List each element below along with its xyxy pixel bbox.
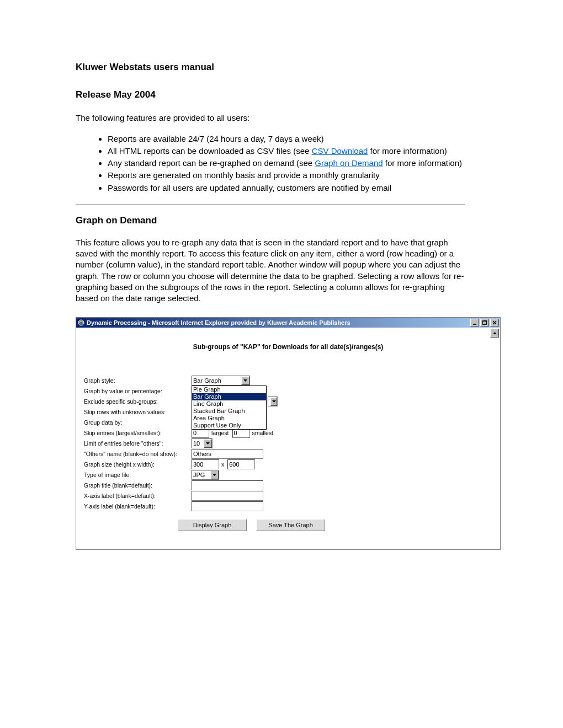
- svg-marker-7: [243, 379, 247, 382]
- save-graph-button[interactable]: Save The Graph: [256, 519, 325, 531]
- list-item-text: for more information): [368, 146, 447, 156]
- list-item: Reports are available 24/7 (24 hours a d…: [108, 133, 465, 144]
- list-item: Reports are generated on monthly basis a…: [108, 170, 465, 181]
- page-title: Kluwer Webstats users manual: [76, 62, 465, 73]
- graph-style-value: Bar Graph: [193, 377, 240, 384]
- label-xaxis: X-axis label (blank=default):: [84, 493, 192, 499]
- window-titlebar: Dynamic Processing - Microsoft Internet …: [76, 318, 500, 328]
- others-name-input[interactable]: Others: [192, 449, 263, 459]
- svg-marker-9: [206, 442, 210, 445]
- ie-icon: [77, 319, 85, 326]
- list-item-text: All HTML reports can be downloaded as CS…: [108, 146, 312, 156]
- csv-download-link[interactable]: CSV Download: [312, 146, 368, 156]
- dropdown-option-selected[interactable]: Bar Graph: [192, 393, 266, 400]
- dropdown-option[interactable]: Pie Graph: [192, 386, 266, 393]
- limit-select[interactable]: 10: [192, 438, 213, 448]
- divider: [76, 205, 465, 205]
- label-others-name: "Others" name (blank=do not show):: [84, 451, 192, 457]
- minimize-button[interactable]: [470, 319, 479, 326]
- label-smallest: smallest: [252, 430, 274, 436]
- window-title: Dynamic Processing - Microsoft Internet …: [87, 319, 350, 326]
- exclude-select[interactable]: [268, 397, 278, 406]
- label-graph-title: Graph title (blank=default):: [84, 482, 192, 489]
- label-size: Graph size (height x width):: [84, 461, 192, 468]
- size-width-input[interactable]: 600: [227, 459, 255, 469]
- svg-rect-3: [482, 320, 487, 322]
- release-heading: Release May 2004: [76, 89, 465, 100]
- popup-window: Dynamic Processing - Microsoft Internet …: [76, 317, 501, 550]
- label-largest: largest: [211, 430, 229, 436]
- feature-list: Reports are available 24/7 (24 hours a d…: [76, 133, 465, 194]
- dropdown-option[interactable]: Line Graph: [192, 400, 266, 408]
- list-item: Any standard report can be re-graphed on…: [108, 158, 465, 169]
- label-skip-entries: Skip entries (largest/smallest):: [84, 430, 192, 436]
- display-graph-button[interactable]: Display Graph: [178, 519, 247, 531]
- graph-style-dropdown[interactable]: Pie Graph Bar Graph Line Graph Stacked B…: [192, 386, 267, 430]
- image-type-select[interactable]: JPG: [192, 470, 219, 480]
- label-exclude: Exclude specific sub-groups:: [84, 398, 192, 405]
- label-group-by: Group data by:: [84, 419, 192, 426]
- popup-heading: Sub-groups of "KAP" for Downloads for al…: [84, 343, 492, 351]
- svg-marker-8: [272, 400, 276, 403]
- chevron-down-icon: [210, 470, 219, 479]
- yaxis-input[interactable]: [192, 501, 263, 511]
- graph-title-input[interactable]: [192, 480, 263, 490]
- label-limit: Limit of entries before "others":: [84, 440, 192, 447]
- svg-marker-10: [213, 474, 216, 476]
- chevron-down-icon: [270, 397, 277, 406]
- close-button[interactable]: [490, 319, 499, 326]
- svg-rect-1: [473, 324, 476, 325]
- scroll-up-button[interactable]: [490, 329, 499, 338]
- section-body: This feature allows you to re-graph any …: [76, 237, 465, 304]
- section-heading: Graph on Demand: [76, 215, 465, 226]
- list-item-text: Any standard report can be re-graphed on…: [108, 158, 315, 168]
- image-type-value: JPG: [193, 472, 209, 478]
- label-image-type: Type of image file:: [84, 472, 192, 478]
- list-item: All HTML reports can be downloaded as CS…: [108, 146, 465, 157]
- list-item: Passwords for all users are updated annu…: [108, 183, 465, 194]
- graph-style-select[interactable]: Bar Graph: [192, 376, 250, 386]
- svg-marker-6: [493, 332, 497, 334]
- dropdown-option[interactable]: Area Graph: [192, 415, 266, 422]
- label-size-x: x: [221, 461, 224, 468]
- list-item-text: for more information): [383, 158, 462, 168]
- limit-value: 10: [193, 440, 203, 447]
- chevron-down-icon: [241, 376, 249, 385]
- chevron-down-icon: [204, 439, 212, 448]
- label-skip-unknown: Skip rows with unknown values:: [84, 409, 192, 415]
- size-height-input[interactable]: 300: [192, 459, 219, 469]
- maximize-button[interactable]: [480, 319, 489, 326]
- label-graph-style: Graph style:: [84, 377, 192, 384]
- xaxis-input[interactable]: [192, 491, 263, 501]
- label-graph-by: Graph by value or percentage:: [84, 388, 192, 394]
- graph-on-demand-link[interactable]: Graph on Demand: [315, 158, 383, 168]
- label-yaxis: Y-axis label (blank=default):: [84, 503, 192, 510]
- intro-text: The following features are provided to a…: [76, 113, 465, 124]
- dropdown-option[interactable]: Support Use Only: [192, 422, 266, 429]
- dropdown-option[interactable]: Stacked Bar Graph: [192, 408, 266, 415]
